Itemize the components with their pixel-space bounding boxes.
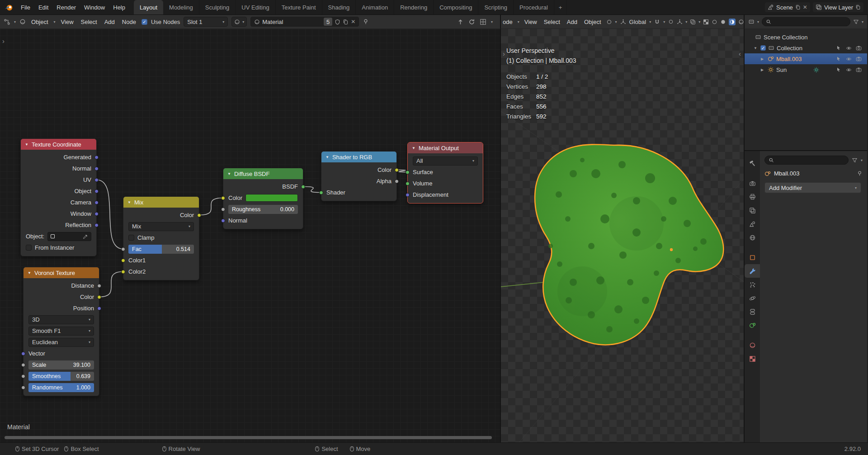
blender-logo-icon[interactable] [0, 0, 17, 14]
eyedropper-icon[interactable] [83, 234, 88, 239]
tab-modeling[interactable]: Modeling [163, 0, 199, 14]
tab-physics-icon[interactable] [745, 291, 760, 305]
node-material-output[interactable]: ▼ Material Output All▾ Surface Volume Di… [407, 142, 483, 204]
socket-color-input[interactable] [221, 196, 225, 200]
socket-color1-input[interactable] [121, 258, 125, 262]
collapse-icon[interactable]: ▼ [25, 142, 28, 147]
shader-editor[interactable]: › ▼ Texture Coordinate Generated Normal … [0, 29, 501, 442]
tab-animation[interactable]: Animation [356, 0, 394, 14]
viewport-toolbar-chevron-icon[interactable]: › [503, 50, 505, 57]
tab-render-icon[interactable] [745, 176, 760, 190]
tab-object-icon[interactable] [745, 251, 760, 264]
socket-normal-output[interactable] [94, 166, 99, 171]
render-visibility-camera-icon[interactable] [854, 45, 863, 51]
socket-color2-input[interactable] [121, 270, 125, 274]
tab-texture-icon[interactable] [745, 352, 760, 365]
transform-pivot-icon[interactable] [606, 19, 612, 25]
new-material-icon[interactable] [343, 19, 349, 25]
outliner-editor-icon[interactable] [748, 19, 755, 25]
tab-compositing[interactable]: Compositing [434, 0, 478, 14]
object-picker-field[interactable] [47, 232, 91, 241]
shading-wireframe-icon[interactable] [712, 19, 717, 25]
viewport-3d[interactable]: User Perspective (1) Collection | Mball.… [501, 29, 745, 442]
socket-distance-output[interactable] [97, 284, 101, 288]
node-texture-coordinate[interactable]: ▼ Texture Coordinate Generated Normal UV… [20, 138, 97, 256]
material-slot-dropdown[interactable]: Slot 1 ▾ [184, 17, 228, 27]
tab-object-data-icon[interactable] [745, 318, 760, 332]
vp-menu-object[interactable]: Object [582, 19, 603, 25]
outliner-row-collection[interactable]: ▼ ✓ Collection [745, 43, 867, 53]
socket-color-output[interactable] [395, 168, 399, 172]
view-layer-selector[interactable]: View Layer [813, 2, 863, 12]
menu-window[interactable]: Window [80, 0, 109, 14]
randomness-slider[interactable]: Randomnes1.000 [28, 383, 94, 392]
socket-object-output[interactable] [94, 189, 99, 193]
socket-surface-input[interactable] [406, 170, 410, 174]
tab-procedural[interactable]: Procedural [514, 0, 554, 14]
menu-node[interactable]: Node [120, 19, 138, 25]
hide-eye-icon[interactable] [844, 56, 854, 62]
render-visibility-camera-icon[interactable] [854, 56, 863, 62]
tab-view-layer-icon[interactable] [745, 204, 760, 217]
smoothness-slider[interactable]: Smoothnes0.639 [28, 372, 94, 381]
tab-texture-paint[interactable]: Texture Paint [276, 0, 322, 14]
collapse-icon[interactable]: ▼ [227, 172, 231, 176]
socket-smoothness-input[interactable] [21, 374, 25, 378]
xray-toggle-icon[interactable] [703, 19, 709, 25]
pin-icon[interactable] [363, 19, 369, 25]
outliner-filter-icon[interactable] [853, 19, 859, 25]
unlink-material-icon[interactable]: ✕ [351, 19, 355, 25]
collection-include-checkbox[interactable]: ✓ [760, 45, 766, 51]
unlink-scene-icon[interactable]: ✕ [803, 4, 807, 10]
socket-normal-input[interactable] [221, 218, 225, 223]
expand-icon[interactable]: ▶ [761, 68, 765, 72]
vp-menu-view[interactable]: View [523, 19, 539, 25]
node-diffuse-bsdf[interactable]: ▼ Diffuse BSDF BSDF Color Roughness0.000… [223, 168, 303, 229]
socket-volume-input[interactable] [406, 181, 410, 185]
socket-color-output[interactable] [197, 213, 201, 217]
outliner-row-scene-collection[interactable]: Scene Collection [745, 32, 867, 43]
use-nodes-checkbox[interactable]: ✓ [142, 19, 147, 25]
shading-material-preview-icon[interactable] [729, 19, 736, 25]
selectable-icon[interactable] [834, 56, 844, 62]
properties-search-input[interactable] [764, 156, 849, 165]
outliner-row-sun[interactable]: ▶ Sun [745, 64, 867, 75]
vp-menu-select[interactable]: Select [542, 19, 562, 25]
tab-scene-icon[interactable] [745, 217, 760, 231]
auto-render-icon[interactable] [468, 19, 475, 25]
editor-type-icon[interactable] [4, 19, 10, 25]
tab-world-icon[interactable] [745, 231, 760, 244]
voronoi-dimensions-dropdown[interactable]: 3D▾ [28, 315, 94, 324]
orientation-dropdown[interactable]: Global [629, 19, 646, 25]
socket-alpha-output[interactable] [395, 179, 399, 183]
tab-particles-icon[interactable] [745, 278, 760, 291]
expand-icon[interactable]: ▶ [761, 57, 765, 61]
scene-selector[interactable]: Scene ✕ [765, 2, 810, 12]
shading-rendered-icon[interactable] [738, 19, 744, 25]
expand-icon[interactable]: ▼ [754, 46, 758, 50]
outliner-row-mball[interactable]: ▶ Mball.003 [745, 53, 867, 64]
new-scene-icon[interactable] [795, 5, 801, 10]
browse-material-button[interactable]: ▾ [231, 17, 247, 27]
socket-position-output[interactable] [97, 306, 101, 310]
clamp-checkbox[interactable] [128, 235, 134, 241]
menu-render[interactable]: Render [52, 0, 80, 14]
output-target-dropdown[interactable]: All▾ [413, 156, 478, 166]
properties-filter-icon[interactable] [852, 157, 858, 163]
snapping-grid-icon[interactable] [480, 19, 486, 25]
fac-slider[interactable]: Fac0.514 [128, 245, 194, 254]
socket-reflection-output[interactable] [94, 223, 99, 227]
tab-uv-editing[interactable]: UV Editing [236, 0, 275, 14]
tab-modifiers-icon[interactable] [745, 264, 760, 278]
mode-dropdown[interactable]: ode [503, 19, 514, 25]
hide-eye-icon[interactable] [844, 45, 854, 51]
shading-solid-icon[interactable] [720, 19, 726, 25]
add-modifier-dropdown[interactable]: Add Modifier ▾ [764, 182, 861, 193]
outliner-search-input[interactable] [762, 17, 850, 26]
tab-scripting[interactable]: Scripting [478, 0, 514, 14]
socket-fac-input[interactable] [121, 247, 125, 251]
fake-user-shield-icon[interactable] [335, 19, 340, 25]
selectable-icon[interactable] [834, 67, 844, 73]
pin-id-icon[interactable] [857, 171, 863, 176]
render-visibility-camera-icon[interactable] [854, 67, 863, 73]
